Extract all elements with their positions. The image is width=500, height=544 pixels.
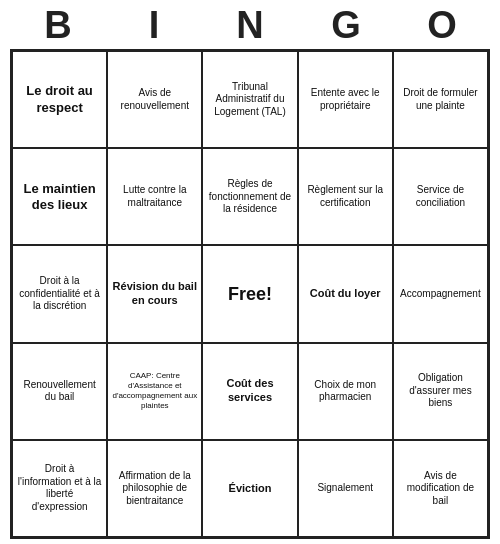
bingo-grid: Le droit au respectAvis de renouvellemen… (10, 49, 490, 539)
bingo-cell-23: Signalement (298, 440, 393, 537)
bingo-cell-5: Le maintien des lieux (12, 148, 107, 245)
bingo-cell-0: Le droit au respect (12, 51, 107, 148)
bingo-cell-17: Coût des services (202, 343, 297, 440)
bingo-cell-20: Droit à l'information et à la liberté d'… (12, 440, 107, 537)
bingo-cell-12: Free! (202, 245, 297, 342)
bingo-cell-13: Coût du loyer (298, 245, 393, 342)
bingo-header: B I N G O (10, 0, 490, 49)
bingo-cell-6: Lutte contre la maltraitance (107, 148, 202, 245)
letter-b: B (14, 4, 102, 47)
bingo-cell-21: Affirmation de la philosophie de bientra… (107, 440, 202, 537)
bingo-cell-19: Obligation d'assurer mes biens (393, 343, 488, 440)
bingo-cell-24: Avis de modification de bail (393, 440, 488, 537)
bingo-cell-10: Droit à la confidentialité et à la discr… (12, 245, 107, 342)
bingo-cell-22: Éviction (202, 440, 297, 537)
bingo-cell-11: Révision du bail en cours (107, 245, 202, 342)
letter-g: G (302, 4, 390, 47)
bingo-cell-18: Choix de mon pharmacien (298, 343, 393, 440)
bingo-cell-8: Règlement sur la certification (298, 148, 393, 245)
letter-i: I (110, 4, 198, 47)
bingo-cell-14: Accompagnement (393, 245, 488, 342)
bingo-cell-7: Règles de fonctionnement de la résidence (202, 148, 297, 245)
bingo-cell-4: Droit de formuler une plainte (393, 51, 488, 148)
bingo-cell-3: Entente avec le propriétaire (298, 51, 393, 148)
letter-o: O (398, 4, 486, 47)
bingo-cell-16: CAAP: Centre d'Assistance et d'accompagn… (107, 343, 202, 440)
bingo-cell-15: Renouvellement du bail (12, 343, 107, 440)
letter-n: N (206, 4, 294, 47)
bingo-cell-9: Service de conciliation (393, 148, 488, 245)
bingo-cell-2: Tribunal Administratif du Logement (TAL) (202, 51, 297, 148)
bingo-cell-1: Avis de renouvellement (107, 51, 202, 148)
